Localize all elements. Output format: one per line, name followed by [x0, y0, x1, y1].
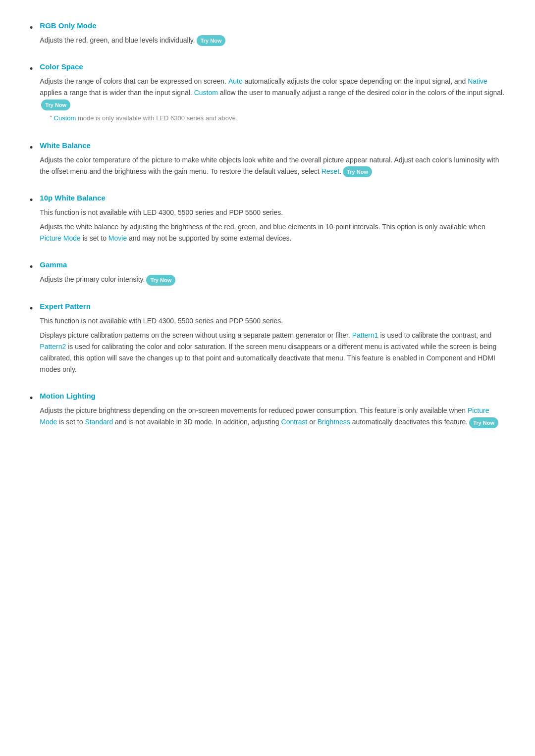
bullet-point: •	[30, 141, 33, 155]
items-list: •RGB Only ModeAdjusts the red, green, an…	[30, 20, 505, 431]
item-paragraph: Adjusts the primary color intensity.Try …	[40, 274, 505, 285]
try-now-badge[interactable]: Try Now	[146, 275, 175, 286]
bullet-point: •	[30, 62, 33, 76]
text-normal: or	[307, 418, 317, 426]
text-normal: automatically adjusts the color space de…	[243, 77, 468, 85]
text-link[interactable]: Reset	[321, 167, 340, 175]
note-prefix: "	[50, 114, 54, 122]
text-normal: Adjusts the picture brightness depending…	[40, 406, 468, 414]
item-title-10p-white-balance: 10p White Balance	[40, 192, 505, 204]
text-normal: is used to calibrate the contrast, and	[378, 331, 492, 339]
text-normal: Adjusts the primary color intensity.	[40, 275, 145, 283]
try-now-badge[interactable]: Try Now	[469, 417, 498, 428]
text-link[interactable]: Pattern2	[40, 343, 66, 351]
bullet-point: •	[30, 21, 33, 35]
list-item: •10p White BalanceThis function is not a…	[30, 192, 505, 247]
text-normal: and may not be supported by some externa…	[127, 234, 291, 242]
bullet-point: •	[30, 302, 33, 316]
text-normal: This function is not available with LED …	[40, 317, 283, 325]
list-item: •GammaAdjusts the primary color intensit…	[30, 259, 505, 288]
text-link[interactable]: Auto	[228, 77, 243, 85]
bullet-point: •	[30, 260, 33, 274]
text-normal: applies a range that is wider than the i…	[40, 89, 194, 97]
text-normal: Adjusts the red, green, and blue levels …	[40, 36, 195, 44]
text-normal: Adjusts the white balance by adjusting t…	[40, 223, 485, 231]
item-paragraph: Adjusts the range of colors that can be …	[40, 76, 505, 110]
text-normal: is used for calibrating the color and co…	[40, 343, 496, 373]
list-item: •White BalanceAdjusts the color temperat…	[30, 140, 505, 180]
try-now-badge[interactable]: Try Now	[343, 166, 372, 177]
text-link[interactable]: Contrast	[281, 418, 308, 426]
item-paragraph: This function is not available with LED …	[40, 315, 505, 327]
text-normal: Adjusts the color temperature of the pic…	[40, 156, 499, 175]
text-link[interactable]: Native	[468, 77, 487, 85]
list-item: •Expert PatternThis function is not avai…	[30, 301, 505, 378]
text-link[interactable]: Brightness	[318, 418, 350, 426]
list-item: •Color SpaceAdjusts the range of colors …	[30, 61, 505, 127]
item-paragraph: Adjusts the red, green, and blue levels …	[40, 35, 505, 46]
item-content-color-space: Color SpaceAdjusts the range of colors t…	[40, 61, 505, 127]
item-content-expert-pattern: Expert PatternThis function is not avail…	[40, 301, 505, 378]
item-paragraph: Adjusts the white balance by adjusting t…	[40, 221, 505, 244]
text-normal: Displays picture calibration patterns on…	[40, 331, 352, 339]
try-now-badge[interactable]: Try Now	[197, 35, 226, 46]
item-title-white-balance: White Balance	[40, 140, 505, 151]
item-paragraph: Displays picture calibration patterns on…	[40, 330, 505, 375]
text-link[interactable]: Custom	[194, 89, 218, 97]
item-title-color-space: Color Space	[40, 61, 505, 73]
text-link[interactable]: Pattern1	[352, 331, 378, 339]
text-normal: and is not available in 3D mode. In addi…	[113, 418, 281, 426]
text-normal: .	[339, 167, 341, 175]
text-normal: is set to	[57, 418, 85, 426]
item-content-rgb-only-mode: RGB Only ModeAdjusts the red, green, and…	[40, 20, 505, 49]
item-title-motion-lighting: Motion Lighting	[40, 390, 505, 402]
item-content-gamma: GammaAdjusts the primary color intensity…	[40, 259, 505, 288]
note-highlight: Custom	[54, 114, 76, 122]
item-title-expert-pattern: Expert Pattern	[40, 301, 505, 312]
note-rest: mode is only available with LED 6300 ser…	[76, 114, 237, 122]
item-paragraph: This function is not available with LED …	[40, 207, 505, 218]
item-paragraph: Adjusts the picture brightness depending…	[40, 405, 505, 428]
main-content: •RGB Only ModeAdjusts the red, green, an…	[30, 20, 505, 431]
item-note: " Custom mode is only available with LED…	[50, 113, 505, 124]
text-normal: automatically deactivates this feature.	[350, 418, 468, 426]
item-paragraph: Adjusts the color temperature of the pic…	[40, 154, 505, 177]
text-normal: allow the user to manually adjust a rang…	[218, 89, 504, 97]
item-content-10p-white-balance: 10p White BalanceThis function is not av…	[40, 192, 505, 247]
text-link[interactable]: Standard	[85, 418, 113, 426]
list-item: •Motion LightingAdjusts the picture brig…	[30, 390, 505, 431]
text-normal: Adjusts the range of colors that can be …	[40, 77, 228, 85]
list-item: •RGB Only ModeAdjusts the red, green, an…	[30, 20, 505, 49]
text-link[interactable]: Picture Mode	[40, 234, 80, 242]
bullet-point: •	[30, 193, 33, 207]
text-link[interactable]: Movie	[108, 234, 127, 242]
text-normal: is set to	[81, 234, 108, 242]
item-content-motion-lighting: Motion LightingAdjusts the picture brigh…	[40, 390, 505, 431]
text-normal: This function is not available with LED …	[40, 208, 283, 216]
bullet-point: •	[30, 391, 33, 405]
try-now-badge[interactable]: Try Now	[41, 100, 70, 110]
item-title-rgb-only-mode: RGB Only Mode	[40, 20, 505, 32]
item-content-white-balance: White BalanceAdjusts the color temperatu…	[40, 140, 505, 180]
item-title-gamma: Gamma	[40, 259, 505, 271]
